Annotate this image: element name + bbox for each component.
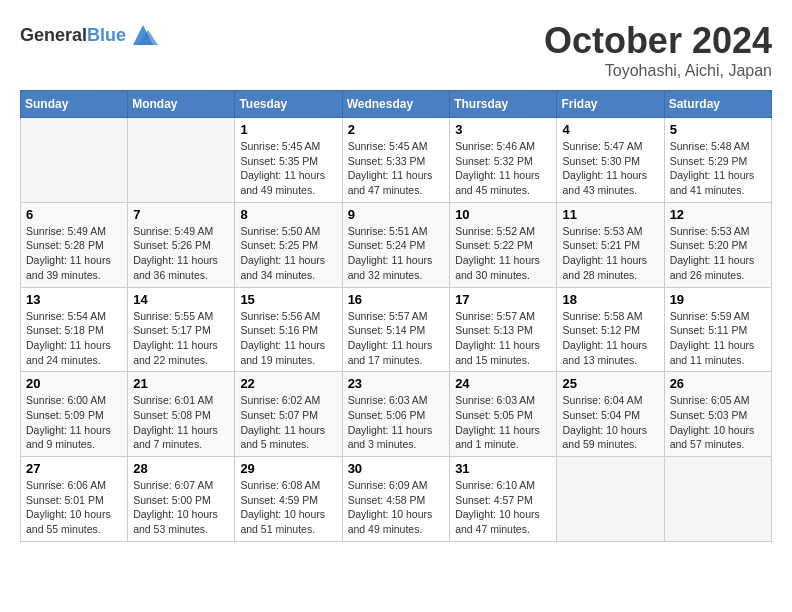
day-info: Sunrise: 6:03 AM Sunset: 5:06 PM Dayligh… [348, 393, 445, 452]
day-number: 8 [240, 207, 336, 222]
calendar-cell: 9Sunrise: 5:51 AM Sunset: 5:24 PM Daylig… [342, 202, 450, 287]
calendar-cell: 29Sunrise: 6:08 AM Sunset: 4:59 PM Dayli… [235, 457, 342, 542]
calendar-cell: 15Sunrise: 5:56 AM Sunset: 5:16 PM Dayli… [235, 287, 342, 372]
calendar-cell: 14Sunrise: 5:55 AM Sunset: 5:17 PM Dayli… [128, 287, 235, 372]
weekday-header-friday: Friday [557, 91, 664, 118]
day-info: Sunrise: 5:49 AM Sunset: 5:26 PM Dayligh… [133, 224, 229, 283]
calendar-cell: 12Sunrise: 5:53 AM Sunset: 5:20 PM Dayli… [664, 202, 771, 287]
day-info: Sunrise: 5:58 AM Sunset: 5:12 PM Dayligh… [562, 309, 658, 368]
day-info: Sunrise: 5:48 AM Sunset: 5:29 PM Dayligh… [670, 139, 766, 198]
day-number: 18 [562, 292, 658, 307]
calendar-cell: 21Sunrise: 6:01 AM Sunset: 5:08 PM Dayli… [128, 372, 235, 457]
day-number: 13 [26, 292, 122, 307]
day-info: Sunrise: 5:53 AM Sunset: 5:20 PM Dayligh… [670, 224, 766, 283]
calendar-cell: 8Sunrise: 5:50 AM Sunset: 5:25 PM Daylig… [235, 202, 342, 287]
title-block: October 2024 Toyohashi, Aichi, Japan [544, 20, 772, 80]
day-info: Sunrise: 6:05 AM Sunset: 5:03 PM Dayligh… [670, 393, 766, 452]
day-number: 24 [455, 376, 551, 391]
day-info: Sunrise: 5:46 AM Sunset: 5:32 PM Dayligh… [455, 139, 551, 198]
calendar-cell: 31Sunrise: 6:10 AM Sunset: 4:57 PM Dayli… [450, 457, 557, 542]
day-number: 25 [562, 376, 658, 391]
day-number: 22 [240, 376, 336, 391]
day-number: 4 [562, 122, 658, 137]
day-info: Sunrise: 6:10 AM Sunset: 4:57 PM Dayligh… [455, 478, 551, 537]
calendar-cell: 30Sunrise: 6:09 AM Sunset: 4:58 PM Dayli… [342, 457, 450, 542]
day-number: 16 [348, 292, 445, 307]
day-number: 20 [26, 376, 122, 391]
day-info: Sunrise: 5:45 AM Sunset: 5:33 PM Dayligh… [348, 139, 445, 198]
day-number: 14 [133, 292, 229, 307]
day-info: Sunrise: 5:59 AM Sunset: 5:11 PM Dayligh… [670, 309, 766, 368]
day-number: 9 [348, 207, 445, 222]
calendar-cell [557, 457, 664, 542]
calendar-cell: 7Sunrise: 5:49 AM Sunset: 5:26 PM Daylig… [128, 202, 235, 287]
calendar-cell [664, 457, 771, 542]
day-info: Sunrise: 6:03 AM Sunset: 5:05 PM Dayligh… [455, 393, 551, 452]
day-info: Sunrise: 6:00 AM Sunset: 5:09 PM Dayligh… [26, 393, 122, 452]
calendar-cell: 5Sunrise: 5:48 AM Sunset: 5:29 PM Daylig… [664, 118, 771, 203]
calendar-week-5: 27Sunrise: 6:06 AM Sunset: 5:01 PM Dayli… [21, 457, 772, 542]
calendar-cell: 6Sunrise: 5:49 AM Sunset: 5:28 PM Daylig… [21, 202, 128, 287]
day-number: 7 [133, 207, 229, 222]
calendar-week-2: 6Sunrise: 5:49 AM Sunset: 5:28 PM Daylig… [21, 202, 772, 287]
day-info: Sunrise: 6:04 AM Sunset: 5:04 PM Dayligh… [562, 393, 658, 452]
day-number: 10 [455, 207, 551, 222]
calendar-cell: 2Sunrise: 5:45 AM Sunset: 5:33 PM Daylig… [342, 118, 450, 203]
weekday-header-tuesday: Tuesday [235, 91, 342, 118]
weekday-header-thursday: Thursday [450, 91, 557, 118]
day-number: 29 [240, 461, 336, 476]
day-number: 19 [670, 292, 766, 307]
day-number: 12 [670, 207, 766, 222]
day-info: Sunrise: 5:53 AM Sunset: 5:21 PM Dayligh… [562, 224, 658, 283]
calendar-cell: 11Sunrise: 5:53 AM Sunset: 5:21 PM Dayli… [557, 202, 664, 287]
day-info: Sunrise: 5:51 AM Sunset: 5:24 PM Dayligh… [348, 224, 445, 283]
day-number: 3 [455, 122, 551, 137]
calendar-week-3: 13Sunrise: 5:54 AM Sunset: 5:18 PM Dayli… [21, 287, 772, 372]
calendar-cell: 18Sunrise: 5:58 AM Sunset: 5:12 PM Dayli… [557, 287, 664, 372]
day-info: Sunrise: 6:08 AM Sunset: 4:59 PM Dayligh… [240, 478, 336, 537]
weekday-header-saturday: Saturday [664, 91, 771, 118]
weekday-header-sunday: Sunday [21, 91, 128, 118]
calendar-cell: 16Sunrise: 5:57 AM Sunset: 5:14 PM Dayli… [342, 287, 450, 372]
weekday-header-wednesday: Wednesday [342, 91, 450, 118]
calendar-cell: 10Sunrise: 5:52 AM Sunset: 5:22 PM Dayli… [450, 202, 557, 287]
calendar-cell [21, 118, 128, 203]
logo-icon [128, 20, 158, 50]
day-number: 5 [670, 122, 766, 137]
day-info: Sunrise: 6:06 AM Sunset: 5:01 PM Dayligh… [26, 478, 122, 537]
day-info: Sunrise: 5:55 AM Sunset: 5:17 PM Dayligh… [133, 309, 229, 368]
logo-blue: Blue [87, 25, 126, 45]
day-number: 23 [348, 376, 445, 391]
calendar-cell: 19Sunrise: 5:59 AM Sunset: 5:11 PM Dayli… [664, 287, 771, 372]
calendar-cell [128, 118, 235, 203]
day-number: 15 [240, 292, 336, 307]
calendar-cell: 1Sunrise: 5:45 AM Sunset: 5:35 PM Daylig… [235, 118, 342, 203]
day-info: Sunrise: 5:49 AM Sunset: 5:28 PM Dayligh… [26, 224, 122, 283]
day-number: 21 [133, 376, 229, 391]
weekday-header-monday: Monday [128, 91, 235, 118]
day-number: 31 [455, 461, 551, 476]
calendar-header: SundayMondayTuesdayWednesdayThursdayFrid… [21, 91, 772, 118]
day-info: Sunrise: 5:45 AM Sunset: 5:35 PM Dayligh… [240, 139, 336, 198]
day-info: Sunrise: 5:54 AM Sunset: 5:18 PM Dayligh… [26, 309, 122, 368]
calendar-cell: 17Sunrise: 5:57 AM Sunset: 5:13 PM Dayli… [450, 287, 557, 372]
day-info: Sunrise: 5:56 AM Sunset: 5:16 PM Dayligh… [240, 309, 336, 368]
day-number: 6 [26, 207, 122, 222]
calendar-cell: 26Sunrise: 6:05 AM Sunset: 5:03 PM Dayli… [664, 372, 771, 457]
day-info: Sunrise: 5:52 AM Sunset: 5:22 PM Dayligh… [455, 224, 551, 283]
calendar-week-4: 20Sunrise: 6:00 AM Sunset: 5:09 PM Dayli… [21, 372, 772, 457]
day-number: 28 [133, 461, 229, 476]
day-info: Sunrise: 6:02 AM Sunset: 5:07 PM Dayligh… [240, 393, 336, 452]
calendar-table: SundayMondayTuesdayWednesdayThursdayFrid… [20, 90, 772, 542]
logo-general: General [20, 25, 87, 45]
logo: GeneralBlue [20, 20, 158, 50]
calendar-cell: 28Sunrise: 6:07 AM Sunset: 5:00 PM Dayli… [128, 457, 235, 542]
calendar-cell: 22Sunrise: 6:02 AM Sunset: 5:07 PM Dayli… [235, 372, 342, 457]
calendar-cell: 13Sunrise: 5:54 AM Sunset: 5:18 PM Dayli… [21, 287, 128, 372]
calendar-week-1: 1Sunrise: 5:45 AM Sunset: 5:35 PM Daylig… [21, 118, 772, 203]
calendar-cell: 4Sunrise: 5:47 AM Sunset: 5:30 PM Daylig… [557, 118, 664, 203]
day-number: 11 [562, 207, 658, 222]
month-title: October 2024 [544, 20, 772, 62]
calendar-cell: 24Sunrise: 6:03 AM Sunset: 5:05 PM Dayli… [450, 372, 557, 457]
day-number: 26 [670, 376, 766, 391]
